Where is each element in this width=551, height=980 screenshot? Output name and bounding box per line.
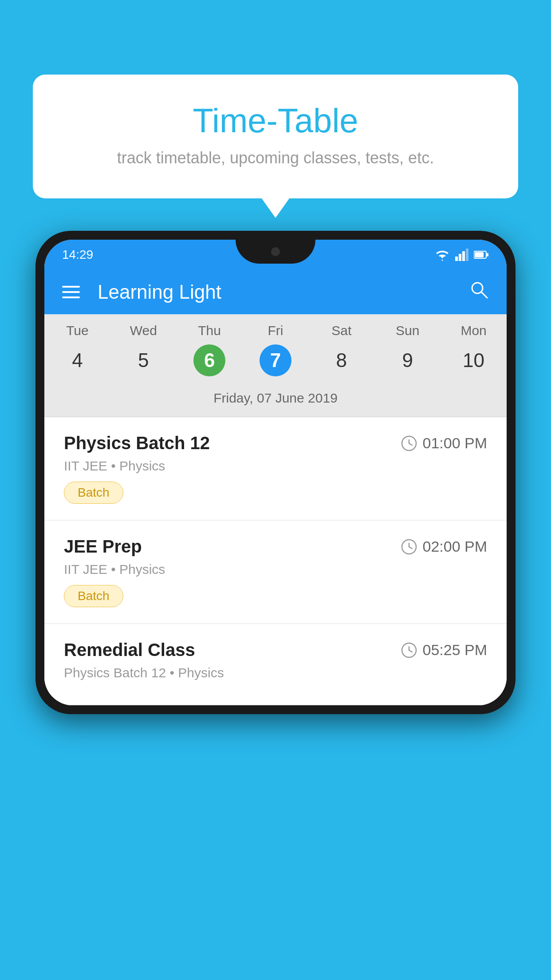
battery-icon [474, 250, 489, 259]
calendar-day-num[interactable]: 4 [61, 344, 93, 376]
phone-notch [236, 240, 315, 264]
app-title: Learning Light [98, 281, 469, 303]
calendar-day-num[interactable]: 9 [392, 344, 424, 376]
svg-rect-5 [475, 252, 484, 257]
schedule-item-meta: Physics Batch 12 • Physics [64, 665, 487, 680]
phone-outer: 14:29 [35, 231, 516, 714]
svg-rect-6 [487, 253, 488, 257]
svg-rect-2 [462, 251, 465, 261]
schedule-item-title: Physics Batch 12 [64, 433, 210, 453]
tooltip-subtitle: track timetable, upcoming classes, tests… [59, 149, 492, 167]
calendar-day-col[interactable]: Wed5 [110, 323, 177, 383]
app-header: Learning Light [44, 270, 507, 314]
signal-icon [455, 249, 468, 261]
svg-line-14 [409, 547, 412, 549]
calendar-day-name: Sat [308, 323, 374, 338]
schedule-item[interactable]: Physics Batch 1201:00 PMIIT JEE • Physic… [44, 417, 507, 521]
calendar-day-name: Mon [441, 323, 507, 338]
calendar-day-num[interactable]: 8 [326, 344, 358, 376]
calendar-day-col[interactable]: Fri7 [243, 323, 309, 383]
calendar-day-col[interactable]: Mon10 [441, 323, 507, 383]
calendar-day-num[interactable]: 5 [127, 344, 159, 376]
schedule-item-title: Remedial Class [64, 640, 195, 660]
svg-line-17 [409, 650, 412, 652]
svg-line-8 [481, 292, 487, 298]
schedule-item-time: 05:25 PM [401, 641, 487, 659]
svg-line-11 [409, 443, 412, 445]
tooltip-card: Time-Table track timetable, upcoming cla… [33, 75, 518, 198]
schedule-list: Physics Batch 1201:00 PMIIT JEE • Physic… [44, 417, 507, 705]
clock-icon [401, 435, 417, 451]
calendar-day-name: Fri [243, 323, 309, 338]
calendar-day-name: Thu [177, 323, 243, 338]
hamburger-menu-icon[interactable] [62, 286, 80, 298]
tooltip-title: Time-Table [59, 101, 492, 140]
calendar-day-col[interactable]: Tue4 [44, 323, 110, 383]
batch-tag: Batch [64, 482, 123, 504]
calendar-day-col[interactable]: Sat8 [308, 323, 374, 383]
status-time: 14:29 [62, 248, 93, 262]
svg-rect-1 [459, 254, 461, 261]
status-bar: 14:29 [44, 240, 507, 270]
clock-icon [401, 539, 417, 555]
wifi-icon [435, 249, 450, 261]
svg-rect-0 [455, 257, 458, 261]
svg-rect-3 [466, 249, 468, 261]
status-icons [435, 249, 489, 261]
schedule-item[interactable]: Remedial Class05:25 PMPhysics Batch 12 •… [44, 624, 507, 705]
schedule-item-time: 02:00 PM [401, 538, 487, 555]
phone-inner: 14:29 [44, 240, 507, 705]
calendar-day-name: Sun [374, 323, 441, 338]
calendar-day-col[interactable]: Thu6 [177, 323, 243, 383]
batch-tag: Batch [64, 585, 123, 607]
calendar-week: Tue4Wed5Thu6Fri7Sat8Sun9Mon10 [44, 314, 507, 383]
camera-dot [271, 247, 280, 256]
calendar-day-name: Wed [110, 323, 177, 338]
phone-mockup: 14:29 [35, 231, 516, 980]
calendar-day-col[interactable]: Sun9 [374, 323, 441, 383]
schedule-item[interactable]: JEE Prep02:00 PMIIT JEE • PhysicsBatch [44, 521, 507, 624]
schedule-item-title: JEE Prep [64, 537, 142, 557]
selected-date-label: Friday, 07 June 2019 [44, 383, 507, 417]
search-button[interactable] [469, 280, 489, 304]
schedule-item-time: 01:00 PM [401, 435, 487, 452]
schedule-item-meta: IIT JEE • Physics [64, 458, 487, 474]
calendar-day-num[interactable]: 10 [458, 344, 490, 376]
calendar-day-num[interactable]: 7 [260, 344, 291, 376]
schedule-item-meta: IIT JEE • Physics [64, 562, 487, 577]
calendar-day-num[interactable]: 6 [193, 344, 225, 376]
calendar-day-name: Tue [44, 323, 110, 338]
clock-icon [401, 642, 417, 658]
